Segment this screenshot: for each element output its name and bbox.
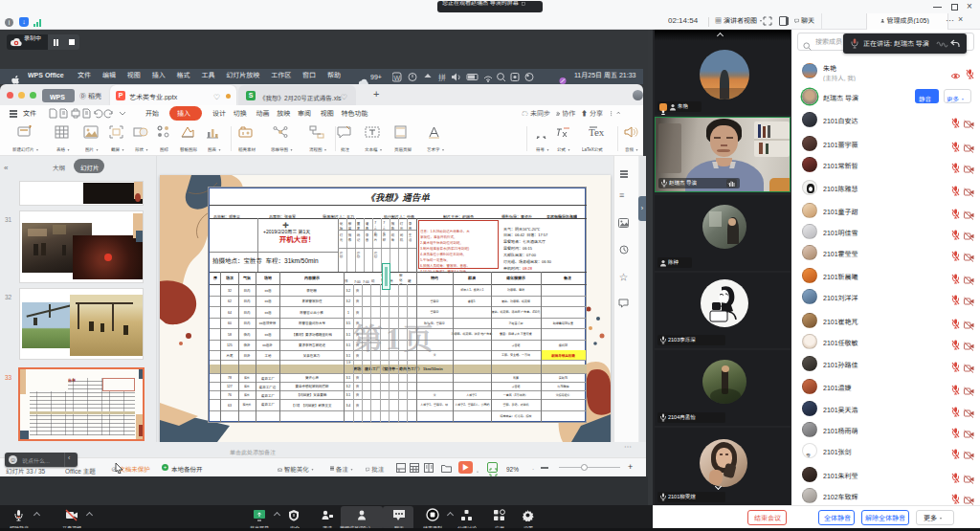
svg-text:W: W [394, 75, 401, 81]
svg-text:Tex: Tex [589, 126, 605, 138]
svg-text:拼: 拼 [438, 74, 446, 82]
